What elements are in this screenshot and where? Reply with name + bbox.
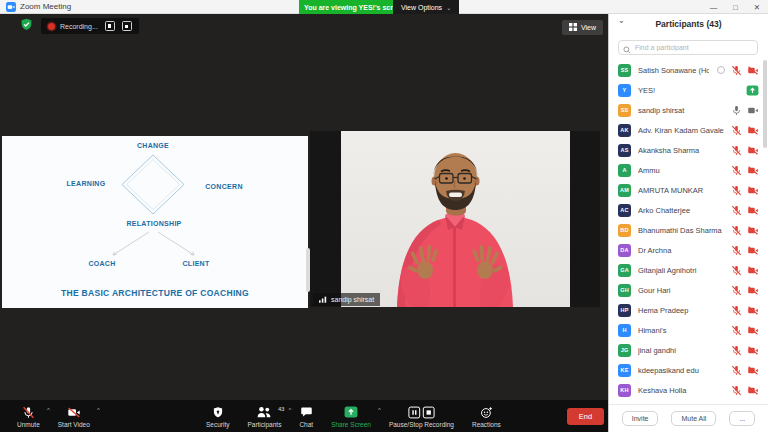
participant-row[interactable]: GA Gitanjali Agnihotri bbox=[609, 260, 768, 280]
maximize-button[interactable]: □ bbox=[733, 3, 738, 12]
participant-name: Gour Hari bbox=[638, 286, 724, 295]
mic-on-icon[interactable] bbox=[731, 105, 742, 116]
screen-sharing-icon[interactable] bbox=[746, 85, 759, 96]
participant-row[interactable]: KE kdeepasikand edu bbox=[609, 360, 768, 380]
chat-icon bbox=[300, 406, 313, 419]
video-muted-icon[interactable] bbox=[747, 185, 759, 196]
participant-row[interactable]: Y YES! bbox=[609, 80, 768, 100]
share-screen-button[interactable]: ^Share Screen bbox=[322, 404, 380, 429]
panel-scrollbar-thumb[interactable] bbox=[763, 60, 767, 148]
participant-row[interactable]: SS Satish Sonawane (Host, me) bbox=[609, 60, 768, 80]
participants-panel-title: Participants (43) bbox=[655, 19, 721, 29]
video-muted-icon[interactable] bbox=[747, 65, 759, 76]
participant-row[interactable]: KH Keshava Holla bbox=[609, 380, 768, 400]
video-muted-icon[interactable] bbox=[747, 365, 759, 376]
security-shield-check-icon[interactable] bbox=[20, 17, 33, 35]
view-layout-button[interactable]: View bbox=[562, 20, 603, 35]
security-button[interactable]: Security bbox=[197, 404, 238, 429]
participant-status-icons bbox=[731, 245, 759, 256]
mic-muted-icon[interactable] bbox=[731, 345, 742, 356]
search-participant-input[interactable] bbox=[618, 40, 758, 55]
mic-muted-icon[interactable] bbox=[731, 165, 742, 176]
participant-row[interactable]: HP Hema Pradeep bbox=[609, 300, 768, 320]
participant-row[interactable]: H Himani's bbox=[609, 320, 768, 340]
start-video-button[interactable]: ^Start Video bbox=[49, 404, 99, 429]
participant-status-icons bbox=[746, 85, 759, 96]
mic-muted-icon[interactable] bbox=[731, 325, 742, 336]
feedback-ring-icon[interactable] bbox=[716, 65, 726, 75]
mic-muted-icon[interactable] bbox=[731, 225, 742, 236]
participant-status-icons bbox=[731, 385, 759, 396]
video-muted-icon[interactable] bbox=[747, 245, 759, 256]
participant-name: Bhanumathi Das Sharma bbox=[638, 226, 724, 235]
participants-button[interactable]: 43^Participants bbox=[238, 404, 290, 429]
video-muted-icon[interactable] bbox=[747, 385, 759, 396]
video-muted-icon[interactable] bbox=[747, 285, 759, 296]
participant-row[interactable]: AS Akanksha Sharma bbox=[609, 140, 768, 160]
stop-recording-button[interactable] bbox=[122, 21, 132, 31]
participant-status-icons bbox=[731, 285, 759, 296]
speaker-video-image bbox=[341, 131, 570, 307]
participant-name: AMRUTA MUNKAR bbox=[638, 186, 724, 195]
mic-muted-icon[interactable] bbox=[731, 285, 742, 296]
end-meeting-button[interactable]: End bbox=[567, 408, 604, 425]
chevron-up-icon[interactable]: ^ bbox=[97, 407, 100, 413]
mic-muted-icon[interactable] bbox=[731, 125, 742, 136]
pause-stop-recording-button[interactable]: Pause/Stop Recording bbox=[380, 404, 463, 429]
participant-row[interactable]: SS sandip shirsat bbox=[609, 100, 768, 120]
participant-row[interactable]: BD Bhanumathi Das Sharma bbox=[609, 220, 768, 240]
participant-row[interactable]: AK Adv. Kiran Kadam Gavale bbox=[609, 120, 768, 140]
video-muted-icon[interactable] bbox=[747, 265, 759, 276]
video-muted-icon[interactable] bbox=[747, 165, 759, 176]
video-muted-icon[interactable] bbox=[747, 125, 759, 136]
panel-collapse-chevron-icon[interactable]: ⌄ bbox=[618, 16, 625, 25]
participant-status-icons bbox=[731, 325, 759, 336]
reactions-button[interactable]: Reactions bbox=[463, 404, 510, 429]
mic-muted-icon[interactable] bbox=[731, 65, 742, 76]
participant-row[interactable]: AC Arko Chatterjee bbox=[609, 200, 768, 220]
toolbar-item-label: Pause/Stop Recording bbox=[389, 421, 454, 428]
mic-muted-icon[interactable] bbox=[731, 265, 742, 276]
more-options-button[interactable]: ... bbox=[729, 411, 755, 426]
mute-all-button[interactable]: Mute All bbox=[671, 411, 716, 426]
mic-muted-icon[interactable] bbox=[731, 245, 742, 256]
video-muted-icon[interactable] bbox=[747, 325, 759, 336]
mic-muted-icon[interactable] bbox=[731, 185, 742, 196]
recording-status-label: Recording... bbox=[60, 23, 98, 30]
video-muted-icon[interactable] bbox=[747, 225, 759, 236]
mic-muted-icon[interactable] bbox=[731, 385, 742, 396]
mic-muted-icon[interactable] bbox=[731, 365, 742, 376]
chat-button[interactable]: Chat bbox=[290, 404, 322, 429]
grid-view-icon bbox=[569, 23, 577, 32]
close-button[interactable]: ✕ bbox=[754, 3, 760, 12]
reactions-icon bbox=[480, 406, 493, 419]
people-icon bbox=[256, 406, 272, 419]
invite-button[interactable]: Invite bbox=[622, 411, 659, 426]
view-options-label: View Options bbox=[401, 4, 442, 11]
participant-row[interactable]: JG jinal gandhi bbox=[609, 340, 768, 360]
zoom-meeting-window: Zoom Meeting You are viewing YES!'s scre… bbox=[0, 0, 768, 432]
participant-row[interactable]: A Ammu bbox=[609, 160, 768, 180]
toolbar-item-label: Participants bbox=[247, 421, 281, 428]
minimize-button[interactable]: — bbox=[710, 3, 718, 12]
video-muted-icon[interactable] bbox=[747, 145, 759, 156]
participant-avatar: AC bbox=[618, 204, 631, 217]
pause-recording-button[interactable] bbox=[105, 21, 115, 31]
mic-muted-icon[interactable] bbox=[731, 205, 742, 216]
toolbar-item-label: Reactions bbox=[472, 421, 501, 428]
participant-avatar: AM bbox=[618, 184, 631, 197]
view-options-button[interactable]: View Options ⌄ bbox=[393, 0, 459, 14]
participant-row[interactable]: GH Gour Hari bbox=[609, 280, 768, 300]
video-muted-icon[interactable] bbox=[747, 345, 759, 356]
video-muted-icon[interactable] bbox=[747, 205, 759, 216]
diagram-node-client: CLIENT bbox=[182, 260, 209, 267]
unmute-button[interactable]: ^Unmute bbox=[8, 404, 49, 429]
mic-muted-icon[interactable] bbox=[731, 305, 742, 316]
participant-row[interactable]: DA Dr Archna bbox=[609, 240, 768, 260]
video-on-icon[interactable] bbox=[747, 105, 759, 116]
participant-row[interactable]: AM AMRUTA MUNKAR bbox=[609, 180, 768, 200]
toolbar-item-label: Unmute bbox=[17, 421, 40, 428]
window-title: Zoom Meeting bbox=[20, 2, 71, 11]
mic-muted-icon[interactable] bbox=[731, 145, 742, 156]
video-muted-icon[interactable] bbox=[747, 305, 759, 316]
